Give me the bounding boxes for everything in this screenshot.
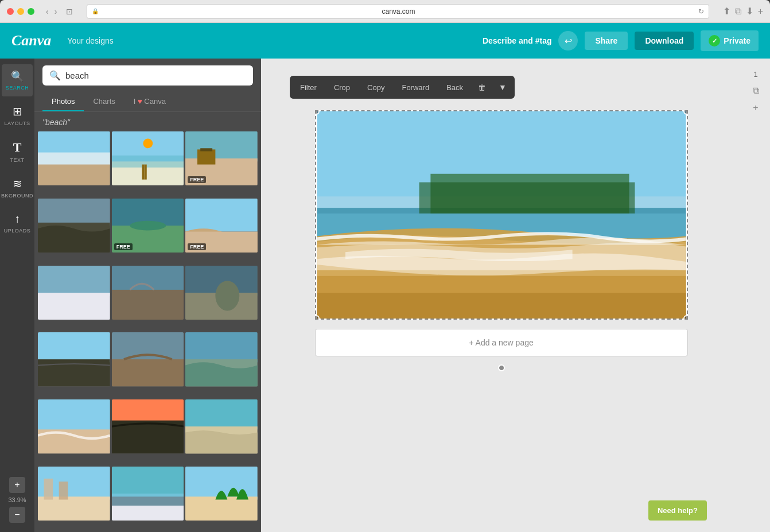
close-button[interactable] (7, 8, 14, 15)
list-item[interactable] (112, 332, 184, 386)
crop-button[interactable]: Crop (326, 80, 358, 95)
forward-arrow[interactable]: › (52, 6, 60, 17)
chrome-actions: ⬆ ⧉ ⬇ + (723, 6, 763, 17)
check-icon: ✓ (709, 35, 720, 46)
app-header: Canva Your designs Describe and #tag ↩ S… (0, 23, 770, 59)
layouts-icon: ⊞ (13, 104, 22, 118)
left-sidebar: 🔍 SEARCH ⊞ LAYOUTS T TEXT ≋ BKGROUND ↑ U… (0, 59, 34, 532)
sidebar-item-text[interactable]: T TEXT (2, 134, 33, 169)
need-help-button[interactable]: Need help? (648, 500, 707, 521)
canvas-frame[interactable] (315, 110, 688, 320)
your-designs-link[interactable]: Your designs (67, 36, 113, 45)
sidebar-bottom: + 33.9% − (8, 477, 26, 532)
search-tabs: Photos Charts I ♥ Canva (34, 92, 261, 112)
svg-rect-23 (112, 290, 184, 320)
back-button[interactable]: Back (438, 80, 471, 95)
svg-rect-35 (112, 399, 184, 424)
tab-canva[interactable]: I ♥ Canva (125, 92, 175, 111)
list-item[interactable] (38, 199, 110, 253)
search-input[interactable] (65, 71, 246, 80)
svg-rect-11 (197, 149, 215, 164)
text-icon: T (13, 140, 22, 155)
canva-logo: Canva (11, 32, 51, 49)
app-container: Canva Your designs Describe and #tag ↩ S… (0, 23, 770, 532)
undo-button[interactable]: ↩ (558, 31, 578, 51)
describe-tag-label[interactable]: Describe and #tag (483, 36, 552, 45)
list-item[interactable] (38, 266, 110, 320)
svg-rect-27 (38, 332, 110, 362)
svg-rect-18 (185, 199, 258, 232)
sidebar-layouts-label: LAYOUTS (5, 121, 30, 126)
download-chrome-btn[interactable]: ⬇ (746, 6, 753, 17)
reload-icon[interactable]: ↻ (698, 7, 704, 15)
list-item[interactable] (38, 399, 110, 453)
results-label: "beach" (34, 112, 261, 131)
sidebar-toggle[interactable]: ⊡ (66, 7, 73, 16)
list-item[interactable]: FREE (112, 199, 184, 253)
free-badge: FREE (114, 243, 133, 250)
svg-rect-43 (112, 467, 184, 496)
svg-rect-30 (112, 360, 184, 387)
sidebar-search-label: SEARCH (6, 85, 29, 91)
page-number: 1 (753, 70, 757, 79)
share-button[interactable]: Share (585, 32, 628, 50)
svg-rect-2 (38, 153, 110, 165)
list-item[interactable] (38, 131, 110, 185)
sidebar-text-label: TEXT (10, 157, 24, 163)
canvas-toolbar: Filter Crop Copy Forward Back 🗑 ▼ (290, 76, 515, 99)
sidebar-item-search[interactable]: 🔍 SEARCH (2, 64, 33, 96)
svg-rect-37 (185, 399, 258, 429)
svg-rect-13 (38, 199, 110, 226)
tab-photos[interactable]: Photos (42, 92, 84, 111)
share-chrome-btn[interactable]: ⬆ (723, 6, 730, 17)
svg-rect-5 (112, 156, 184, 168)
minimize-button[interactable] (17, 8, 24, 15)
canvas-wrapper: + Add a new page (315, 110, 688, 356)
private-button[interactable]: ✓ Private (701, 30, 759, 51)
svg-rect-20 (38, 266, 110, 296)
list-item[interactable] (185, 467, 258, 521)
list-item[interactable] (185, 399, 258, 453)
filter-button[interactable]: Filter (292, 80, 325, 95)
copy-page-icon[interactable]: ⧉ (753, 86, 759, 96)
list-item[interactable] (38, 332, 110, 386)
add-page-icon[interactable]: + (753, 103, 758, 113)
list-item[interactable] (38, 467, 110, 521)
sidebar-item-background[interactable]: ≋ BKGROUND (2, 171, 33, 204)
search-input-wrapper: 🔍 (42, 65, 253, 86)
search-magnifier-icon: 🔍 (49, 70, 61, 81)
back-arrow[interactable]: ‹ (44, 6, 51, 17)
svg-rect-21 (38, 293, 110, 320)
free-badge: FREE (188, 243, 206, 250)
zoom-out-button[interactable]: − (9, 507, 25, 523)
more-options-button[interactable]: ▼ (493, 79, 512, 95)
plus-chrome-btn[interactable]: + (758, 6, 763, 17)
list-item[interactable] (112, 131, 184, 185)
rotate-handle[interactable] (498, 364, 505, 371)
list-item[interactable] (185, 266, 258, 320)
copy-button[interactable]: Copy (359, 80, 392, 95)
download-button[interactable]: Download (635, 32, 694, 50)
header-right: Describe and #tag ↩ Share Download ✓ Pri… (483, 30, 759, 51)
list-item[interactable]: FREE (185, 131, 258, 185)
list-item[interactable]: FREE (185, 199, 258, 253)
delete-button[interactable]: 🗑 (472, 79, 492, 95)
list-item[interactable] (185, 332, 258, 386)
uploads-icon: ↑ (14, 212, 20, 226)
add-page-button[interactable]: + Add a new page (315, 329, 688, 356)
zoom-in-button[interactable]: + (9, 477, 25, 493)
list-item[interactable] (112, 266, 184, 320)
maximize-button[interactable] (28, 8, 34, 15)
svg-point-17 (130, 221, 166, 231)
sidebar-item-uploads[interactable]: ↑ UPLOADS (2, 207, 33, 239)
list-item[interactable] (112, 399, 184, 453)
list-item[interactable] (112, 467, 184, 521)
svg-point-26 (216, 281, 240, 310)
duplicate-chrome-btn[interactable]: ⧉ (735, 6, 741, 17)
sidebar-item-layouts[interactable]: ⊞ LAYOUTS (2, 99, 33, 132)
svg-rect-22 (112, 266, 184, 293)
url-text: canva.com (102, 7, 694, 15)
tab-charts[interactable]: Charts (84, 92, 124, 111)
image-grid: FREE FREE (34, 131, 261, 532)
forward-button[interactable]: Forward (394, 80, 437, 95)
